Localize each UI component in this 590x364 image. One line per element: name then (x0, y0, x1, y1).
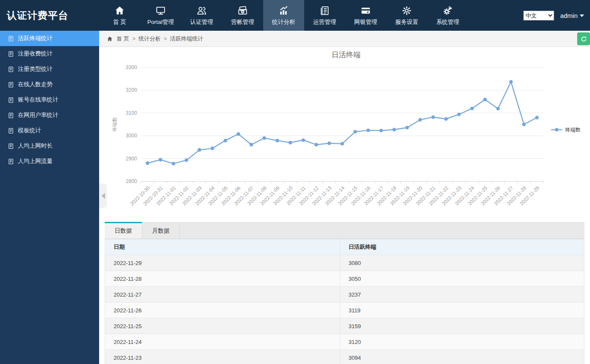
data-point (172, 162, 175, 165)
cell-date: 2022-11-23 (105, 350, 340, 364)
nav-item-label: 服务设置 (395, 18, 418, 26)
report-icon (8, 82, 14, 88)
data-point (418, 118, 422, 122)
data-point (367, 128, 370, 132)
legend-marker-icon (555, 128, 558, 131)
nav-item-chart[interactable]: 统计分析 (263, 0, 304, 31)
top-navbar: 认证计费平台 首 页Portal管理认证管理营帐管理统计分析运营管理网银管理服务… (0, 0, 590, 31)
ledger-icon (319, 5, 330, 16)
nav-item-monitor[interactable]: Portal管理 (140, 0, 181, 31)
nav-item-operations[interactable]: 运营管理 (304, 0, 345, 31)
cell-active-terminals: 3094 (340, 350, 584, 364)
data-point (535, 116, 539, 119)
nav-item-bank-card[interactable]: 网银管理 (345, 0, 386, 31)
sidebar-collapse-handle[interactable] (99, 183, 107, 208)
main-content: 首 页>统计分析>活跃终端统计 日活终端28002900300031003200… (99, 31, 590, 364)
data-point (470, 107, 474, 110)
chevron-down-icon (580, 15, 584, 17)
cell-date: 2022-11-29 (105, 255, 340, 271)
cell-active-terminals: 3120 (340, 334, 584, 350)
data-point (262, 136, 266, 140)
chart-panel: 日活终端280029003000310032003300终端数2022-10-3… (99, 47, 590, 221)
data-point (522, 122, 525, 126)
data-point (288, 141, 292, 144)
breadcrumb-item[interactable]: 首 页 (117, 35, 129, 43)
breadcrumb-separator: > (132, 35, 136, 42)
sidebar-item[interactable]: 注册收费统计 (0, 46, 99, 61)
sidebar-item[interactable]: 人均上网流量 (0, 154, 99, 169)
sidebar-item[interactable]: 在网用户率统计 (0, 108, 99, 123)
sidebar-item[interactable]: 账号在线率统计 (0, 92, 99, 108)
tab-monthly-data[interactable]: 月数据 (142, 222, 180, 239)
y-tick-label: 3200 (126, 87, 137, 93)
nav-item-gear[interactable]: 服务设置 (386, 0, 427, 31)
breadcrumb-item: 活跃终端统计 (170, 35, 203, 43)
column-header-active-terminals: 日活跃终端 (340, 239, 584, 255)
report-icon (8, 158, 14, 165)
breadcrumb-item[interactable]: 统计分析 (138, 35, 161, 43)
y-tick-label: 3100 (126, 110, 137, 116)
data-point (159, 158, 162, 161)
language-select[interactable]: 中文 (523, 11, 554, 20)
nav-item-label: 统计分析 (272, 18, 295, 26)
nav-item-billing[interactable]: 营帐管理 (222, 0, 263, 31)
bar-chart-arrow-icon (278, 5, 289, 16)
table-row: 2022-11-283050 (105, 271, 584, 287)
sidebar-item-label: 注册收费统计 (18, 50, 53, 58)
breadcrumb-separator: > (164, 35, 167, 42)
sidebar-item[interactable]: 人均上网时长 (0, 138, 99, 154)
data-point (223, 139, 227, 142)
top-nav-menu: 首 页Portal管理认证管理营帐管理统计分析运营管理网银管理服务设置系统管理 (99, 0, 468, 31)
sidebar-item[interactable]: 在线人数走势 (0, 77, 99, 92)
table-row: 2022-11-273237 (105, 287, 584, 303)
cell-date: 2022-11-25 (105, 318, 340, 334)
cell-active-terminals: 3159 (340, 318, 584, 334)
table-row: 2022-11-243120 (105, 334, 584, 350)
refresh-icon (580, 35, 587, 43)
cell-active-terminals: 3080 (340, 255, 584, 271)
nav-item-label: Portal管理 (147, 18, 174, 26)
nav-item-label: 营帐管理 (231, 18, 254, 26)
data-point (314, 143, 318, 146)
sidebar: 活跃终端统计注册收费统计注册类型统计在线人数走势账号在线率统计在网用户率统计模板… (0, 31, 99, 364)
nav-item-label: 系统管理 (436, 18, 459, 26)
data-point (211, 146, 214, 150)
tab-daily-data[interactable]: 日数据 (105, 222, 142, 239)
users-icon (196, 5, 207, 16)
sidebar-item[interactable]: 模板统计 (0, 123, 99, 138)
chart-title: 日活终端 (332, 51, 361, 59)
refresh-button[interactable] (577, 32, 590, 45)
sidebar-item[interactable]: 活跃终端统计 (0, 31, 99, 46)
gear-icon (401, 5, 412, 16)
table-row: 2022-11-233094 (105, 350, 584, 364)
nav-item-label: 认证管理 (190, 18, 213, 26)
sidebar-item-label: 活跃终端统计 (18, 35, 53, 42)
nav-item-system-gear[interactable]: 系统管理 (427, 0, 468, 31)
bank-card-icon (360, 5, 371, 16)
data-tabs: 日数据月数据 (105, 222, 584, 239)
y-tick-label: 3300 (126, 64, 137, 70)
report-icon (8, 97, 14, 103)
sidebar-item-label: 人均上网流量 (18, 157, 53, 165)
sidebar-item-label: 在网用户率统计 (18, 111, 59, 119)
sidebar-item[interactable]: 注册类型统计 (0, 61, 99, 77)
report-icon (8, 51, 14, 57)
report-icon (8, 35, 14, 42)
system-gear-wrench-icon (442, 5, 453, 16)
data-point (444, 117, 448, 120)
money-notes-icon (237, 5, 248, 16)
user-menu[interactable]: admin (560, 12, 584, 19)
legend-label[interactable]: 终端数 (565, 127, 581, 133)
data-point (340, 142, 344, 146)
daily-data-table: 日期 日活跃终端 2022-11-2930802022-11-283050202… (105, 239, 584, 364)
data-point (198, 148, 201, 151)
home-icon (107, 36, 113, 42)
data-point (185, 158, 188, 162)
table-row: 2022-11-263119 (105, 303, 584, 318)
nav-item-users[interactable]: 认证管理 (181, 0, 222, 31)
sidebar-item-label: 在线人数走势 (18, 81, 53, 88)
y-tick-label: 3000 (126, 133, 137, 139)
table-row: 2022-11-253159 (105, 318, 584, 334)
breadcrumb-bar: 首 页>统计分析>活跃终端统计 (99, 31, 590, 47)
nav-item-home[interactable]: 首 页 (99, 0, 140, 31)
